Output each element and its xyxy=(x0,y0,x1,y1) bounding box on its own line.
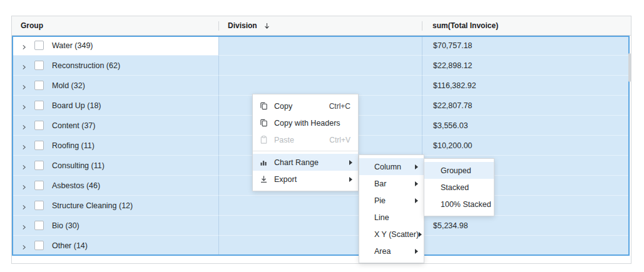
column-chart-variants-submenu: GroupedStacked100% Stacked xyxy=(424,158,494,216)
sum-cell[interactable]: $10,200.00 xyxy=(422,136,630,156)
group-label: Asbestos (46) xyxy=(52,181,100,190)
menu-item-label: Chart Range xyxy=(274,158,349,167)
submenu-arrow-icon xyxy=(415,249,418,254)
table-row[interactable]: Other (14) xyxy=(12,236,631,256)
group-cell[interactable]: Asbestos (46) xyxy=(12,176,218,196)
menu-item-paste[interactable]: PasteCtrl+V xyxy=(253,131,358,148)
row-checkbox[interactable] xyxy=(34,181,44,190)
expand-chevron-icon[interactable] xyxy=(21,102,28,109)
group-cell[interactable]: Reconstruction (62) xyxy=(12,56,218,76)
menu-item-pie[interactable]: Pie xyxy=(359,192,424,209)
column-header-division[interactable]: Division xyxy=(218,16,422,35)
expand-chevron-icon[interactable] xyxy=(21,242,28,249)
row-checkbox[interactable] xyxy=(34,61,44,70)
group-cell[interactable]: Other (14) xyxy=(12,236,218,256)
division-cell[interactable] xyxy=(218,36,422,56)
table-row[interactable]: Water (349)$70,757.18 xyxy=(12,36,631,56)
export-icon xyxy=(259,174,268,184)
group-cell[interactable]: Content (37) xyxy=(12,116,218,136)
menu-item-label: Copy xyxy=(274,102,329,111)
row-checkbox[interactable] xyxy=(34,201,44,210)
row-checkbox[interactable] xyxy=(34,141,44,150)
table-row[interactable]: Structure Cleaning (12) xyxy=(12,196,631,216)
group-cell[interactable]: Mold (32) xyxy=(12,76,218,96)
menu-item-grouped[interactable]: Grouped xyxy=(424,162,494,179)
group-label: Other (14) xyxy=(52,241,88,250)
menu-item-shortcut: Ctrl+V xyxy=(329,136,350,144)
division-cell[interactable] xyxy=(218,56,422,76)
group-cell-focused[interactable]: Water (349) xyxy=(12,36,218,56)
menu-item-label: Grouped xyxy=(441,166,494,175)
chart-range-submenu: ColumnBarPieLineX Y (Scatter)Area xyxy=(359,154,424,263)
submenu-arrow-icon xyxy=(415,181,418,186)
column-header-sum[interactable]: sum(Total Invoice) xyxy=(422,16,630,35)
group-cell[interactable]: Bio (30) xyxy=(12,216,218,236)
menu-item-column[interactable]: Column xyxy=(359,158,424,175)
sum-cell[interactable]: $22,898.12 xyxy=(422,56,630,76)
table-row[interactable]: Mold (32)$116,382.92 xyxy=(12,76,631,96)
expand-chevron-icon[interactable] xyxy=(21,142,28,149)
page: { "grid": { "header": { "group": "Group"… xyxy=(0,0,644,272)
sum-cell[interactable]: $116,382.92 xyxy=(422,76,630,96)
expand-chevron-icon[interactable] xyxy=(21,222,28,229)
group-label: Content (37) xyxy=(52,121,95,130)
row-checkbox[interactable] xyxy=(34,101,44,110)
group-cell[interactable]: Roofing (11) xyxy=(12,136,218,156)
menu-item-chart-range[interactable]: Chart Range xyxy=(253,154,358,171)
group-cell[interactable]: Structure Cleaning (12) xyxy=(12,196,218,216)
vertical-scrollbar-thumb[interactable] xyxy=(628,53,631,82)
column-header-group[interactable]: Group xyxy=(12,16,218,35)
row-checkbox[interactable] xyxy=(34,121,44,130)
submenu-arrow-icon xyxy=(415,164,418,169)
group-label: Water (349) xyxy=(52,41,93,50)
group-cell[interactable]: Board Up (18) xyxy=(12,96,218,116)
menu-item-export[interactable]: Export xyxy=(253,171,358,188)
copy-icon xyxy=(259,118,268,128)
group-label: Structure Cleaning (12) xyxy=(52,201,133,210)
table-row[interactable]: Reconstruction (62)$22,898.12 xyxy=(12,56,631,76)
division-cell[interactable] xyxy=(218,76,422,96)
row-checkbox[interactable] xyxy=(34,241,44,250)
column-header-group-label: Group xyxy=(21,21,43,30)
group-cell[interactable]: Consulting (11) xyxy=(12,156,218,176)
column-header-division-label: Division xyxy=(228,21,257,30)
submenu-arrow-icon xyxy=(349,160,352,165)
menu-item-stacked[interactable]: Stacked xyxy=(424,179,494,196)
menu-item-area[interactable]: Area xyxy=(359,243,424,259)
expand-chevron-icon[interactable] xyxy=(21,62,28,69)
menu-item-100-stacked[interactable]: 100% Stacked xyxy=(424,196,494,213)
row-checkbox[interactable] xyxy=(34,161,44,170)
menu-item-x-y-scatter-[interactable]: X Y (Scatter) xyxy=(359,226,424,243)
sum-cell[interactable]: $3,556.03 xyxy=(422,116,630,136)
menu-item-label: Stacked xyxy=(441,183,494,192)
menu-item-label: Paste xyxy=(274,136,329,144)
row-checkbox[interactable] xyxy=(34,41,44,50)
menu-item-copy-with-headers[interactable]: Copy with Headers xyxy=(253,114,358,131)
menu-item-copy[interactable]: CopyCtrl+C xyxy=(253,98,358,114)
sum-cell[interactable] xyxy=(422,236,630,256)
row-checkbox[interactable] xyxy=(34,81,44,90)
table-row[interactable]: Bio (30)$5,234.98 xyxy=(12,216,631,236)
menu-item-label: Export xyxy=(274,175,349,184)
menu-item-line[interactable]: Line xyxy=(359,209,424,226)
sum-cell[interactable]: $22,807.78 xyxy=(422,96,630,116)
submenu-arrow-icon xyxy=(415,198,418,203)
expand-chevron-icon[interactable] xyxy=(21,202,28,209)
group-label: Board Up (18) xyxy=(52,101,101,110)
row-checkbox[interactable] xyxy=(34,221,44,230)
menu-item-label: Column xyxy=(374,163,415,171)
sum-cell[interactable]: $5,234.98 xyxy=(422,216,630,236)
expand-chevron-icon[interactable] xyxy=(21,122,28,129)
expand-chevron-icon[interactable] xyxy=(21,82,28,89)
expand-chevron-icon[interactable] xyxy=(21,42,28,49)
group-label: Consulting (11) xyxy=(52,161,105,170)
expand-chevron-icon[interactable] xyxy=(21,162,28,169)
sum-cell[interactable]: $70,757.18 xyxy=(422,36,630,56)
menu-item-bar[interactable]: Bar xyxy=(359,175,424,192)
group-label: Roofing (11) xyxy=(52,141,95,150)
header-separator xyxy=(218,21,219,31)
copy-icon xyxy=(259,101,268,111)
group-label: Mold (32) xyxy=(52,81,85,90)
expand-chevron-icon[interactable] xyxy=(21,182,28,189)
menu-item-label: Copy with Headers xyxy=(274,119,358,128)
